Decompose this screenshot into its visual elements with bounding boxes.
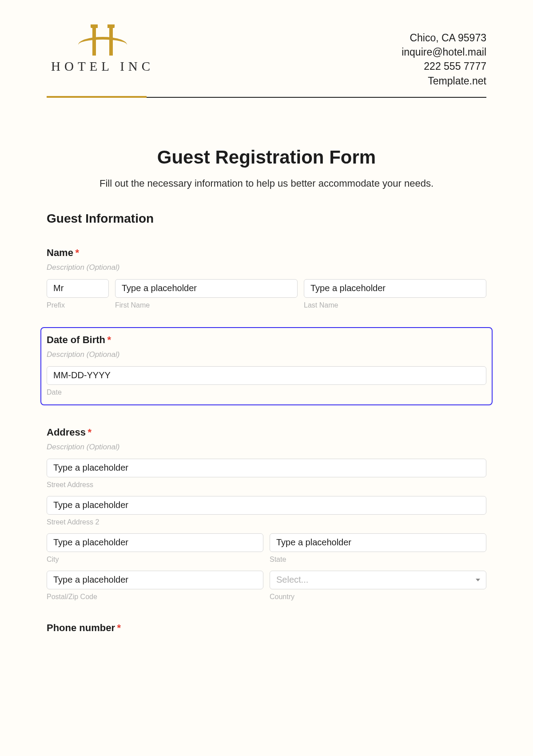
field-dob[interactable]: Date of Birth * Description (Optional) D… <box>40 327 493 405</box>
address-description: Description (Optional) <box>47 443 486 452</box>
dob-sublabel: Date <box>47 388 486 396</box>
contact-site: Template.net <box>402 74 486 88</box>
page-subtitle: Fill out the necessary information to he… <box>47 178 486 189</box>
name-label: Name <box>47 247 73 258</box>
zip-sublabel: Postal/Zip Code <box>47 593 263 601</box>
contact-phone: 222 555 7777 <box>402 59 486 73</box>
header: HOTEL INC Chico, CA 95973 inquire@hotel.… <box>47 24 486 94</box>
city-input[interactable] <box>47 533 263 552</box>
street2-input[interactable] <box>47 496 486 515</box>
field-address: Address * Description (Optional) Street … <box>47 427 486 601</box>
last-name-input[interactable] <box>304 279 486 298</box>
country-sublabel: Country <box>270 593 486 601</box>
prefix-input[interactable] <box>47 279 109 298</box>
contact-email: inquire@hotel.mail <box>402 45 486 59</box>
prefix-sublabel: Prefix <box>47 301 109 309</box>
state-sublabel: State <box>270 556 486 564</box>
city-sublabel: City <box>47 556 263 564</box>
header-divider <box>47 96 486 98</box>
logo-mark-icon <box>83 24 123 56</box>
state-input[interactable] <box>270 533 486 552</box>
section-guest-info: Guest Information <box>47 212 486 226</box>
contact-address: Chico, CA 95973 <box>402 31 486 45</box>
field-phone: Phone number * <box>47 622 486 634</box>
page-title: Guest Registration Form <box>47 147 486 168</box>
phone-label: Phone number <box>47 622 115 633</box>
logo: HOTEL INC <box>47 24 154 74</box>
country-select[interactable] <box>270 571 486 589</box>
street-input[interactable] <box>47 459 486 477</box>
brand-name: HOTEL INC <box>51 59 154 74</box>
dob-description: Description (Optional) <box>47 350 486 359</box>
dob-label: Date of Birth <box>47 334 105 345</box>
required-mark: * <box>117 622 121 633</box>
dob-input[interactable] <box>47 366 486 385</box>
contact-block: Chico, CA 95973 inquire@hotel.mail 222 5… <box>402 24 486 88</box>
street2-sublabel: Street Address 2 <box>47 518 486 526</box>
required-mark: * <box>75 247 79 258</box>
address-label: Address <box>47 427 86 438</box>
field-name: Name * Description (Optional) Prefix Fir… <box>47 247 486 309</box>
zip-input[interactable] <box>47 571 263 589</box>
last-name-sublabel: Last Name <box>304 301 486 309</box>
required-mark: * <box>107 334 111 345</box>
name-description: Description (Optional) <box>47 263 486 272</box>
first-name-input[interactable] <box>115 279 298 298</box>
required-mark: * <box>88 427 92 438</box>
street-sublabel: Street Address <box>47 481 486 489</box>
first-name-sublabel: First Name <box>115 301 298 309</box>
